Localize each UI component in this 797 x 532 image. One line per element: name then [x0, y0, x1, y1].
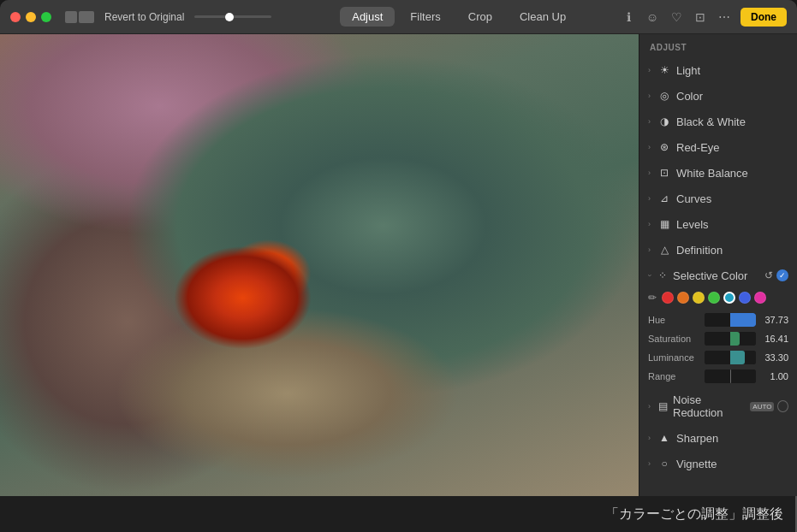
info-icon[interactable]: ℹ — [621, 9, 636, 25]
heart-icon[interactable]: ♡ — [669, 9, 684, 25]
levels-label: Levels — [676, 218, 709, 231]
view-single-icon[interactable] — [65, 11, 77, 23]
saturation-slider-row: Saturation 16.41 — [639, 329, 797, 348]
curves-label: Curves — [676, 192, 711, 205]
adjust-item-noise[interactable]: › ▤ Noise Reduction AUTO — [639, 387, 797, 425]
sc-header-icons: ↺ — [764, 269, 788, 281]
sc-revert-icon[interactable]: ↺ — [764, 269, 773, 281]
selective-color-section: › ⁘ Selective Color ↺ ✏ — [639, 263, 797, 387]
adjust-item-light[interactable]: › ☀ Light — [639, 57, 797, 83]
adjust-item-vignette[interactable]: › ○ Vignette — [639, 451, 797, 476]
auto-badge: AUTO — [750, 402, 774, 411]
light-label: Light — [676, 64, 700, 77]
pencil-icon[interactable]: ✏ — [648, 292, 657, 304]
tab-filters[interactable]: Filters — [398, 7, 452, 27]
hue-bar[interactable] — [705, 313, 756, 327]
photo-image — [0, 34, 639, 513]
chevron-right-icon: › — [648, 143, 651, 151]
chevron-right-icon: › — [648, 66, 651, 74]
luminance-bar[interactable] — [705, 351, 756, 364]
saturation-bar[interactable] — [705, 332, 756, 346]
chevron-down-icon: › — [645, 275, 654, 277]
view-grid-icon[interactable] — [79, 11, 94, 23]
swatch-magenta[interactable] — [754, 292, 766, 304]
tab-cleanup[interactable]: Clean Up — [508, 7, 578, 27]
nav-tabs: Adjust Filters Crop Clean Up — [307, 7, 610, 27]
sc-sliders: Hue 37.73 Saturation — [639, 309, 797, 387]
done-button[interactable]: Done — [740, 8, 787, 27]
sc-active-indicator[interactable] — [776, 269, 788, 281]
definition-label: Definition — [676, 244, 723, 257]
emoji-icon[interactable]: ☺ — [645, 9, 660, 25]
chevron-right-icon: › — [648, 434, 651, 442]
chevron-right-icon: › — [648, 117, 651, 126]
view-toggle — [65, 11, 94, 23]
swatch-red[interactable] — [662, 292, 674, 304]
bw-label: Black & White — [676, 115, 746, 128]
swatch-cyan[interactable] — [723, 292, 735, 304]
chevron-right-icon: › — [648, 245, 651, 254]
range-bar[interactable] — [705, 369, 756, 383]
luminance-slider-row: Luminance 33.30 — [639, 348, 797, 367]
sharpen-label: Sharpen — [676, 432, 718, 445]
close-button[interactable] — [10, 12, 21, 22]
adjust-item-definition[interactable]: › △ Definition — [639, 237, 797, 263]
definition-icon: △ — [657, 243, 671, 257]
selective-color-label: Selective Color — [673, 269, 747, 282]
bw-icon: ◑ — [657, 115, 671, 128]
color-icon: ◎ — [657, 89, 671, 103]
app-window: Revert to Original Adjust Filters Crop C… — [0, 0, 797, 513]
adjust-item-sharpen[interactable]: › ▲ Sharpen — [639, 425, 797, 451]
wb-icon: ⊡ — [657, 166, 671, 180]
range-slider-row: Range 1.00 — [639, 367, 797, 386]
caption-text: 「カラーごとの調整」調整後 — [605, 505, 783, 523]
adjust-item-redeye[interactable]: › ⊛ Red-Eye — [639, 134, 797, 160]
chevron-right-icon: › — [648, 459, 651, 468]
levels-icon: ▦ — [657, 217, 671, 231]
noise-label: Noise Reduction — [673, 393, 745, 419]
light-icon: ☀ — [657, 63, 671, 77]
chevron-right-icon: › — [648, 402, 651, 411]
redeye-label: Red-Eye — [676, 141, 720, 154]
hue-value: 37.73 — [761, 315, 788, 325]
redeye-icon: ⊛ — [657, 140, 671, 154]
traffic-lights — [10, 12, 51, 22]
tab-adjust[interactable]: Adjust — [340, 7, 395, 27]
more-icon[interactable]: ⋯ — [717, 9, 732, 25]
fullscreen-button[interactable] — [41, 12, 51, 22]
bottom-caption: 「カラーごとの調整」調整後 — [0, 496, 797, 532]
adjust-item-color[interactable]: › ◎ Color — [639, 83, 797, 109]
range-label: Range — [648, 371, 699, 381]
hue-slider-row: Hue 37.73 — [639, 310, 797, 329]
swatch-blue[interactable] — [739, 292, 751, 304]
saturation-value: 16.41 — [761, 334, 788, 344]
color-label: Color — [676, 90, 703, 103]
main-content: ADJUST › ☀ Light › ◎ Color › ◑ Black & W… — [0, 34, 797, 513]
chevron-right-icon: › — [648, 168, 651, 177]
color-swatches: ✏ — [639, 288, 797, 309]
swatch-green[interactable] — [708, 292, 720, 304]
adjust-item-curves[interactable]: › ⊿ Curves — [639, 186, 797, 211]
revert-button[interactable]: Revert to Original — [104, 11, 184, 23]
adjust-item-bw[interactable]: › ◑ Black & White — [639, 109, 797, 134]
share-icon[interactable]: ⊡ — [693, 9, 708, 25]
swatch-orange[interactable] — [677, 292, 689, 304]
adjust-item-wb[interactable]: › ⊡ White Balance — [639, 160, 797, 186]
titlebar: Revert to Original Adjust Filters Crop C… — [0, 0, 797, 34]
photo-area — [0, 34, 639, 513]
noise-icon: ▤ — [656, 399, 669, 413]
tab-crop[interactable]: Crop — [456, 7, 504, 27]
vignette-icon: ○ — [657, 457, 671, 470]
selective-color-header[interactable]: › ⁘ Selective Color ↺ — [639, 263, 797, 288]
sharpen-icon: ▲ — [657, 431, 671, 445]
minimize-button[interactable] — [26, 12, 36, 22]
noise-toggle-icon[interactable] — [777, 400, 788, 412]
saturation-label: Saturation — [648, 334, 699, 344]
luminance-value: 33.30 — [761, 352, 788, 363]
wb-label: White Balance — [676, 167, 748, 180]
range-value: 1.00 — [761, 371, 788, 381]
adjust-item-levels[interactable]: › ▦ Levels — [639, 211, 797, 237]
exposure-slider[interactable] — [194, 15, 297, 18]
swatch-yellow[interactable] — [693, 292, 705, 304]
curves-icon: ⊿ — [657, 192, 671, 205]
